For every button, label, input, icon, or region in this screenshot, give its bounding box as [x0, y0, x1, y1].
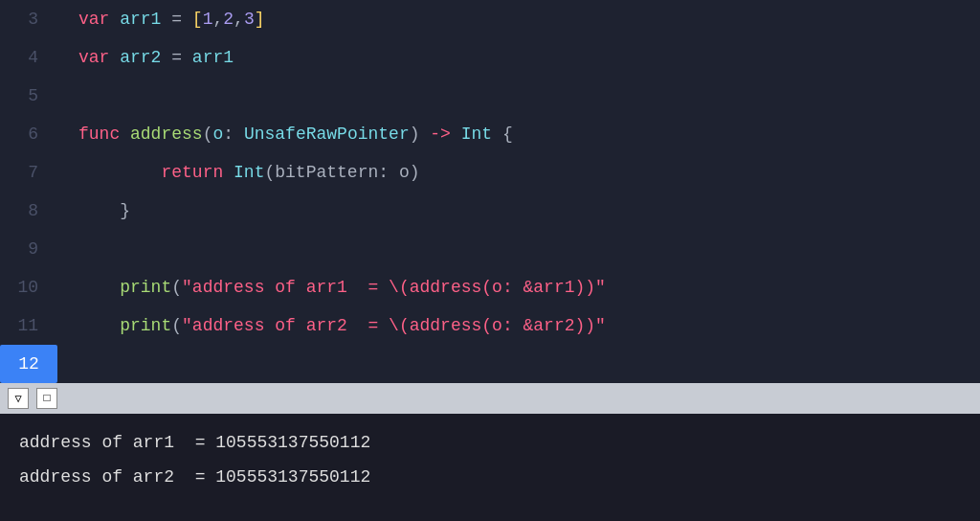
chevron-down-icon[interactable]: ▽ [8, 388, 29, 409]
table-row: 6func address(o: UnsafeRawPointer) -> In… [0, 115, 980, 153]
line-number: 12 [0, 345, 57, 383]
line-number: 10 [0, 268, 57, 306]
line-number: 9 [0, 230, 57, 268]
code-content: } [63, 192, 130, 230]
table-row: 4var arr2 = arr1 [0, 38, 980, 77]
table-row: 12 [0, 345, 980, 383]
table-row: 9 [0, 230, 980, 268]
table-row: 7 return Int(bitPattern: o) [0, 153, 980, 192]
separator-bar: ▽ □ [0, 383, 980, 414]
code-content: print("address of arr1 = \(address(o: &a… [63, 268, 606, 306]
line-number: 8 [0, 192, 57, 230]
table-row: 8 } [0, 192, 980, 230]
table-row: 5 [0, 77, 980, 115]
line-number: 7 [0, 153, 57, 192]
code-content: var arr1 = [1,2,3] [63, 0, 265, 38]
code-content: print("address of arr2 = \(address(o: &a… [63, 306, 606, 345]
line-number: 3 [0, 0, 57, 38]
line-number: 4 [0, 38, 57, 77]
table-row: 3var arr1 = [1,2,3] [0, 0, 980, 38]
code-content: return Int(bitPattern: o) [63, 153, 419, 192]
square-icon[interactable]: □ [36, 388, 57, 409]
list-item: address of arr1 = 105553137550112 [19, 425, 961, 460]
code-editor: 3var arr1 = [1,2,3]4var arr2 = arr156fun… [0, 0, 980, 383]
code-content: func address(o: UnsafeRawPointer) -> Int… [63, 115, 513, 153]
list-item: address of arr2 = 105553137550112 [19, 460, 961, 494]
line-number: 11 [0, 306, 57, 345]
code-content: var arr2 = arr1 [63, 38, 234, 77]
line-number: 6 [0, 115, 57, 153]
line-number: 5 [0, 77, 57, 115]
output-panel: address of arr1 = 105553137550112address… [0, 414, 980, 521]
table-row: 10 print("address of arr1 = \(address(o:… [0, 268, 980, 306]
table-row: 11 print("address of arr2 = \(address(o:… [0, 306, 980, 345]
